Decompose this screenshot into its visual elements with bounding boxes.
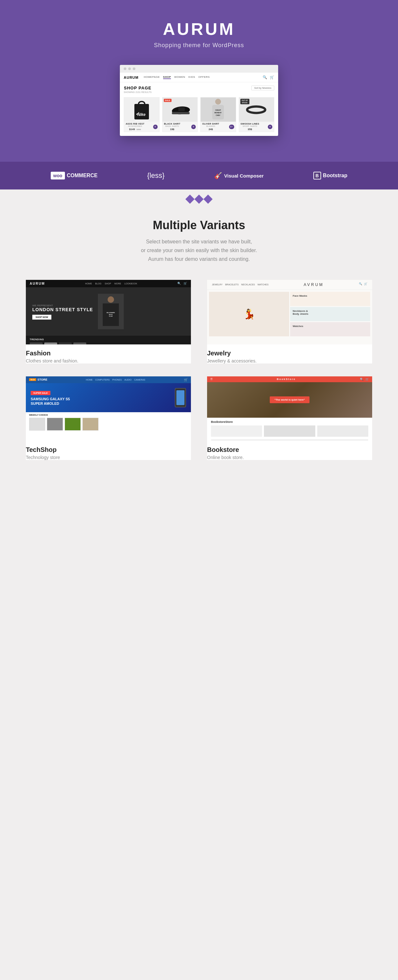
tech-logos-section: woo COMMERCE {less} 🎸 Visual Composer B … xyxy=(0,162,398,189)
model-figure: BILLIONAIREBOYSCLUB xyxy=(98,294,124,329)
book-nav-actions: 🔍 🛒 xyxy=(360,378,369,381)
book-header: ☰ BookStore 🔍 🛒 xyxy=(207,376,372,382)
tech-nav-audio: AUDIO xyxy=(125,379,131,381)
tech-nav-phones: PHONES xyxy=(112,379,122,381)
trending-item-2 xyxy=(44,342,57,344)
add-to-cart-shirt[interactable]: 8+ xyxy=(229,125,234,129)
svg-text:CHEAP: CHEAP xyxy=(215,109,221,111)
shop-showing: SHOWING 21S1 RESULTS xyxy=(124,91,152,93)
variant-jewelry[interactable]: JEWELRY BRACELETS NECKLACES WATCHES AVRU… xyxy=(207,280,372,363)
vc-icon: 🎸 xyxy=(214,172,222,180)
svg-point-11 xyxy=(247,107,265,113)
shirt-graphic-text: BILLIONAIREBOYSCLUB xyxy=(107,312,115,317)
jewelry-watches: Watches xyxy=(290,322,370,336)
svg-rect-5 xyxy=(178,107,185,111)
face-masks-label: Face Masks xyxy=(293,294,368,297)
book-search-icon[interactable]: 🔍 xyxy=(360,378,363,381)
product-category-shoe: BAGS, SHIRTS xyxy=(164,125,181,127)
fashion-headline: WE REPRESENT xyxy=(32,304,93,307)
hero-subtitle: Shopping theme for WordPress xyxy=(6,42,392,49)
woocommerce-logo: woo COMMERCE xyxy=(51,172,98,180)
jewelry-nav-item2: BRACELETS xyxy=(225,283,239,286)
variant-bookstore[interactable]: ☰ BookStore 🔍 🛒 "The world is quiet here… xyxy=(207,376,372,460)
jewelry-search-icon[interactable]: 🔍 xyxy=(359,282,362,287)
trending-item-1 xyxy=(30,342,43,344)
less-text: {less} xyxy=(147,172,165,180)
nav-item-shop[interactable]: SHOP xyxy=(163,76,171,79)
shop-header: SHOP PAGE SHOWING 21S1 RESULTS Sort by N… xyxy=(120,82,278,95)
fashion-hero: WE REPRESENT LONDON STREET STYLE SHOP NO… xyxy=(26,287,191,336)
product-image-shoe: SALE xyxy=(163,97,198,122)
tech-nav-logo: STORE xyxy=(37,378,48,381)
product-card-shirt: CHEAP MONDAY CHEV OLIVER SHIRT BLAZERS 2… xyxy=(200,97,236,132)
book-product-2 xyxy=(264,425,315,437)
fashion-nav: AURUM HOME BLOG SHOP MORE LOOKBOOK 🔍 🛒 xyxy=(26,280,191,287)
bookstore-label: Bookstore xyxy=(207,446,372,453)
sort-by-dropdown[interactable]: Sort by Newness xyxy=(251,86,274,91)
jewelry-right-col: Face Masks Necklaces &Body Jewels Watche… xyxy=(290,292,370,336)
trending-items xyxy=(30,342,187,344)
fashion-search-icon[interactable]: 🔍 xyxy=(177,282,181,285)
product-card-footer-bag: ASOS RIB VEST ACCESSORIES $149 $399 + xyxy=(124,122,159,132)
variants-title: Multiple Variants xyxy=(26,218,372,232)
svg-text:CHEV: CHEV xyxy=(216,114,221,116)
jewelry-cart-icon[interactable]: 🛒 xyxy=(364,282,367,287)
bookstore-demo: ☰ BookStore 🔍 🛒 "The world is quiet here… xyxy=(207,376,372,441)
search-icon[interactable]: 🔍 xyxy=(263,75,267,80)
bracelet-illustration xyxy=(246,105,267,115)
nav-item-kids[interactable]: KIDS xyxy=(189,76,195,79)
watches-label: Watches xyxy=(293,325,368,328)
brand-logo: AURUM xyxy=(6,19,392,39)
variant-techshop[interactable]: TECH STORE HOME COMPUTERS PHONES AUDIO C… xyxy=(26,376,191,460)
add-to-cart-bag[interactable]: + xyxy=(153,125,158,129)
fashion-cta-button[interactable]: SHOP NOW xyxy=(32,315,51,320)
trending-item-3 xyxy=(59,342,72,344)
bootstrap-b-icon: B xyxy=(313,172,321,180)
tech-cart-icon[interactable]: 🛒 xyxy=(184,378,188,382)
shop-nav-logo: AURUM xyxy=(124,76,139,80)
product-info-bag: ASOS RIB VEST ACCESSORIES $149 $399 xyxy=(126,123,144,131)
cart-icon[interactable]: 🛒 xyxy=(270,75,274,80)
shop-nav: AURUM HOMEPAGE SHOP WOMEN KIDS OFFERS 🔍 … xyxy=(120,73,278,82)
add-to-cart-bracelet[interactable]: + xyxy=(268,125,272,129)
book-hero-overlay: "The world is quiet here" xyxy=(207,382,372,418)
hero-section: AURUM Shopping theme for WordPress AURUM… xyxy=(0,0,398,162)
book-cart-icon[interactable]: 🛒 xyxy=(365,378,369,381)
book-logo: BookStore xyxy=(277,378,296,380)
trending-label: TRENDING xyxy=(30,338,187,340)
woocommerce-text: COMMERCE xyxy=(67,173,98,178)
bootstrap-logo: B Bootstrap xyxy=(313,172,348,180)
product-card-shoe: SALE BLACK SHIRT BAGS, SHIRTS 19$ xyxy=(162,97,198,132)
diamond-1 xyxy=(185,195,195,204)
trending-item-4 xyxy=(74,342,86,344)
jewelry-screenshot: JEWELRY BRACELETS NECKLACES WATCHES AVRU… xyxy=(207,280,372,344)
techshop-label: TechShop xyxy=(26,446,191,453)
woo-badge: woo xyxy=(51,172,65,180)
product-info-shoe: BLACK SHIRT BAGS, SHIRTS 19$ xyxy=(164,123,181,131)
tech-product-2 xyxy=(47,418,63,431)
product-info-shirt: OLIVER SHIRT BLAZERS 24$ xyxy=(202,123,219,131)
add-to-cart-shoe[interactable]: + xyxy=(191,125,196,129)
techshop-desc: Technology store xyxy=(26,455,191,460)
svg-point-6 xyxy=(215,99,221,105)
fashion-cart-icon[interactable]: 🛒 xyxy=(184,282,187,285)
tech-product-4 xyxy=(82,418,99,431)
book-hero-image: "The world is quiet here" xyxy=(207,382,372,418)
jewelry-nav-item4: WATCHES xyxy=(257,283,269,286)
jewelry-nav-item: JEWELRY xyxy=(212,283,222,286)
shop-nav-icons: 🔍 🛒 xyxy=(263,75,274,80)
svg-rect-4 xyxy=(172,112,190,114)
out-of-stock-badge: OUT OF STOCK xyxy=(240,99,249,104)
variant-fashion[interactable]: AURUM HOME BLOG SHOP MORE LOOKBOOK 🔍 🛒 xyxy=(26,280,191,363)
bookstore-store-name: BookstoreStore xyxy=(211,420,368,423)
nav-item-homepage[interactable]: HOMEPAGE xyxy=(144,76,160,79)
tech-product-1 xyxy=(29,418,45,431)
nav-item-women[interactable]: WOMEN xyxy=(174,76,185,79)
nav-item-offers[interactable]: OFFERS xyxy=(198,76,209,79)
less-logo: {less} xyxy=(147,172,165,180)
jewelry-desc: Jewellery & accessories. xyxy=(207,358,372,363)
fashion-subheadline: LONDON STREET STYLE xyxy=(32,307,93,312)
product-price-bracelet: 35$ xyxy=(241,128,259,131)
variants-section: Multiple Variants Select between the sit… xyxy=(0,205,398,479)
fashion-nav-shop: SHOP xyxy=(105,282,111,285)
